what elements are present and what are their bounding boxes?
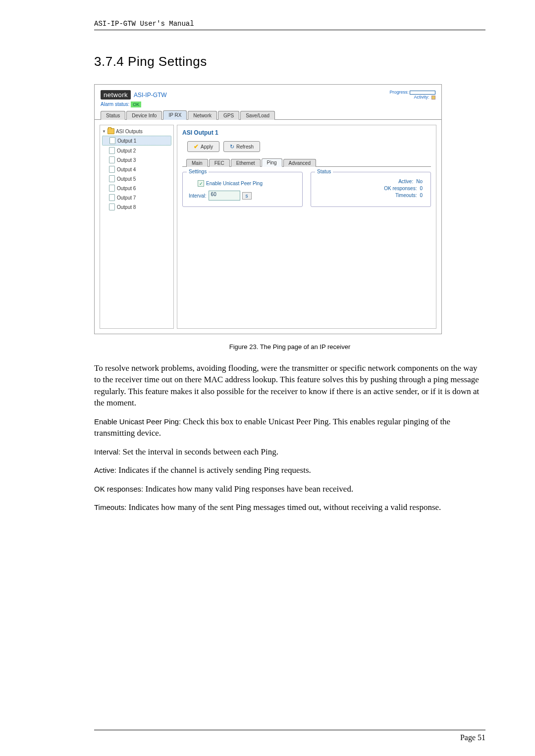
status-active-label: Active: <box>398 179 413 184</box>
tab-ip-rx[interactable]: IP RX <box>163 110 187 120</box>
tree-item-output-3[interactable]: Output 3 <box>102 155 171 164</box>
page-footer: Page 51 <box>94 730 485 742</box>
product-name: ASI-IP-GTW <box>134 92 167 99</box>
tree-item-output-4[interactable]: Output 4 <box>102 165 171 174</box>
tab-save-load[interactable]: Save/Load <box>240 111 275 120</box>
tree-item-output-7[interactable]: Output 7 <box>102 193 171 202</box>
alarm-ok-badge: OK <box>131 101 141 107</box>
status-active-value: No <box>416 179 423 184</box>
section-number: 3.7.4 <box>94 54 124 69</box>
expand-icon[interactable]: ▼ <box>102 129 106 134</box>
term-active: Active: <box>94 466 116 474</box>
figure-caption: Figure 23. The Ping page of an IP receiv… <box>94 343 485 351</box>
subtab-fec[interactable]: FEC <box>209 159 230 167</box>
settings-legend: Settings <box>187 169 209 174</box>
tree-item-output-1[interactable]: Output 1 <box>102 136 171 146</box>
tree-item-output-2[interactable]: Output 2 <box>102 146 171 155</box>
file-icon <box>109 147 115 154</box>
tree-root[interactable]: ▼ ASI Outputs <box>102 128 171 134</box>
interval-input[interactable]: 60 <box>209 191 240 201</box>
app-window: network ASI-IP-GTW Progress: Activity: A… <box>94 84 442 334</box>
content-panel: ASI Output 1 ✔ Apply ↻ Refresh Main FEC … <box>177 125 436 329</box>
file-icon <box>109 166 115 173</box>
tree-root-label: ASI Outputs <box>116 129 143 134</box>
para-timeouts: Timeouts: Indicates how many of the sent… <box>94 502 485 513</box>
refresh-button[interactable]: ↻ Refresh <box>223 141 260 152</box>
section-name: Ping Settings <box>128 54 207 69</box>
progress-bar <box>410 91 435 95</box>
nav-tabs: Status Device Info IP RX Network GPS Sav… <box>95 110 441 120</box>
activity-dot-icon <box>431 96 435 100</box>
sub-tabs: Main FEC Ethernet Ping Advanced <box>182 158 431 167</box>
enable-peer-ping-label: Enable Unicast Peer Ping <box>206 181 263 186</box>
file-icon <box>109 185 115 192</box>
term-interval: Interval: <box>94 448 123 456</box>
file-icon <box>109 137 115 144</box>
para-enable: Enable Unicast Peer Ping: Check this box… <box>94 416 485 439</box>
status-timeouts-value: 0 <box>420 193 423 198</box>
interval-label: Interval: <box>189 193 207 199</box>
status-ok-value: 0 <box>420 186 423 191</box>
file-icon <box>109 203 115 210</box>
check-icon: ✔ <box>194 143 199 150</box>
subtab-ping[interactable]: Ping <box>262 158 282 167</box>
settings-fieldset: Settings ✓ Enable Unicast Peer Ping Inte… <box>182 172 303 207</box>
tab-network[interactable]: Network <box>188 111 217 120</box>
para-interval: Interval: Set the interval in seconds be… <box>94 446 485 457</box>
refresh-icon: ↻ <box>230 144 234 150</box>
status-timeouts-label: Timeouts: <box>395 193 417 198</box>
alarm-status: Alarm status: OK <box>95 100 441 110</box>
doc-header: ASI-IP-GTW User's Manual <box>94 20 485 30</box>
term-ok: OK responses: <box>94 485 143 493</box>
subtab-ethernet[interactable]: Ethernet <box>231 159 261 167</box>
progress-indicator: Progress: <box>389 90 435 95</box>
tree-item-output-6[interactable]: Output 6 <box>102 184 171 193</box>
tree-panel: ▼ ASI Outputs Output 1 Output 2 Output 3… <box>100 125 174 329</box>
logo-badge: network <box>101 90 131 100</box>
file-icon <box>109 175 115 182</box>
section-title: 3.7.4 Ping Settings <box>94 54 485 69</box>
enable-peer-ping-checkbox[interactable]: ✓ <box>198 180 204 187</box>
para-active: Active: Indicates if the channel is acti… <box>94 464 485 476</box>
tab-status[interactable]: Status <box>101 111 125 120</box>
apply-button[interactable]: ✔ Apply <box>187 141 219 152</box>
term-timeouts: Timeouts: <box>94 503 126 511</box>
content-title: ASI Output 1 <box>182 129 431 136</box>
subtab-advanced[interactable]: Advanced <box>283 159 316 167</box>
file-icon <box>109 194 115 201</box>
status-legend: Status <box>315 169 333 174</box>
para-ok: OK responses: Indicates how many valid P… <box>94 483 485 495</box>
tree-item-output-5[interactable]: Output 5 <box>102 174 171 183</box>
status-ok-label: OK responses: <box>384 186 417 191</box>
interval-unit: s <box>242 192 252 200</box>
activity-indicator: Activity: <box>389 95 435 100</box>
subtab-main[interactable]: Main <box>186 159 208 167</box>
folder-icon <box>107 128 114 134</box>
status-fieldset: Status Active:No OK responses:0 Timeouts… <box>311 172 431 207</box>
term-enable: Enable Unicast Peer Ping: <box>94 417 181 426</box>
tree-item-output-8[interactable]: Output 8 <box>102 202 171 211</box>
file-icon <box>109 156 115 163</box>
tab-device-info[interactable]: Device Info <box>126 111 162 120</box>
app-logo: network ASI-IP-GTW <box>101 90 167 100</box>
para-intro: To resolve network problems, avoiding fl… <box>94 362 485 409</box>
tab-gps[interactable]: GPS <box>218 111 239 120</box>
